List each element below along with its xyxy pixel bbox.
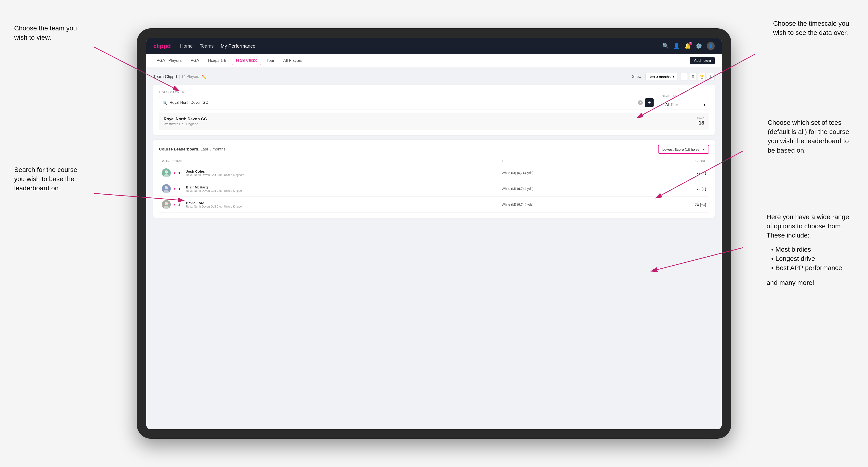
holes-badge: Holes 18 (697, 117, 704, 126)
leaderboard-header: Course Leaderboard, Last 3 months Lowest… (159, 145, 709, 154)
player-tee-1: White (M) (6,744 yds) (502, 187, 533, 191)
player-score-2: 73 (+1) (646, 203, 706, 207)
player-info-0: Josh Coles Royal North Devon Golf Club, … (186, 169, 244, 177)
player-info-1: Blair McHarg Royal North Devon Golf Club… (186, 185, 244, 192)
player-club-2: Royal North Devon Golf Club, United King… (186, 205, 244, 208)
annotation-middle-left: Search for the course you wish to base t… (14, 165, 78, 193)
leaderboard-title: Course Leaderboard, Last 3 months (159, 147, 226, 152)
search-icon-button[interactable]: 🔍 (662, 43, 669, 49)
player-rank-2: 3 (178, 203, 183, 207)
show-label: Show: (632, 74, 642, 79)
player-name-column: PLAYER NAME (159, 158, 499, 165)
player-tee-0: White (M) (6,744 yds) (502, 171, 533, 175)
settings-icon-button[interactable]: ⚙️ (695, 43, 702, 49)
team-name: Team Clippd (153, 74, 177, 79)
player-club-1: Royal North Devon Golf Club, United King… (186, 189, 244, 192)
chevron-down-icon: ▾ (703, 147, 705, 151)
add-team-button[interactable]: Add Team (690, 57, 715, 64)
nav-home[interactable]: Home (180, 43, 193, 49)
player-avatar-1 (162, 184, 171, 193)
notification-badge: 1 (689, 42, 692, 45)
annotation-middle-right: Choose which set of tees (default is all… (768, 118, 849, 155)
annotation-top-right: Choose the timescale you wish to see the… (773, 19, 849, 37)
annotation-bottom-right: Here you have a wide range of options to… (767, 212, 849, 287)
favorite-heart-1[interactable]: ♥ (174, 187, 176, 191)
course-info: Royal North Devon GC Westward Ho!, Engla… (164, 117, 207, 126)
users-icon-button[interactable]: 👤 (673, 43, 680, 49)
subnav-team-clippd[interactable]: Team Clippd (232, 56, 261, 65)
course-result-row: Royal North Devon GC Westward Ho!, Engla… (159, 113, 709, 130)
favorite-heart-0[interactable]: ♥ (174, 171, 176, 175)
svg-point-7 (165, 202, 168, 205)
team-header: Team Clippd | 14 Players ✏️ Show: Last 3… (153, 73, 715, 81)
app-logo: clippd (153, 42, 171, 50)
trophy-view-button[interactable]: 🏆 (698, 73, 706, 81)
table-row: ♥ 3 David Ford Royal North Devon Golf Cl… (159, 197, 709, 213)
score-type-dropdown[interactable]: Lowest Score (18 holes) ▾ (658, 145, 709, 154)
player-name-0: Josh Coles (186, 169, 244, 173)
notifications-icon-button[interactable]: 🔔 1 (684, 43, 691, 49)
top-navigation: clippd Home Teams My Performance 🔍 👤 🔔 1… (146, 38, 722, 54)
edit-team-icon[interactable]: ✏️ (202, 74, 206, 79)
team-title-area: Team Clippd | 14 Players ✏️ (153, 74, 206, 79)
subnav-hcaps[interactable]: Hcaps 1-5 (205, 56, 229, 65)
favorite-heart-2[interactable]: ♥ (174, 203, 176, 206)
tablet-frame: clippd Home Teams My Performance 🔍 👤 🔔 1… (137, 28, 731, 439)
player-score-1: 72 (E) (646, 187, 706, 191)
list-view-button[interactable]: ☰ (689, 73, 697, 81)
player-avatar-0 (162, 168, 171, 177)
course-location: Westward Ho!, England (164, 122, 207, 126)
table-row: ♥ 1 Josh Coles Royal North Devon Golf Cl… (159, 165, 709, 181)
favorite-button[interactable]: ★ (645, 98, 654, 107)
main-content: Team Clippd | 14 Players ✏️ Show: Last 3… (146, 67, 722, 429)
player-count: | 14 Players (179, 74, 199, 79)
nav-my-performance[interactable]: My Performance (221, 43, 255, 49)
leaderboard-table: PLAYER NAME TEE SCORE (159, 158, 709, 213)
leaderboard-card: Course Leaderboard, Last 3 months Lowest… (153, 139, 715, 218)
tee-column: TEE (499, 158, 644, 165)
tablet-screen: clippd Home Teams My Performance 🔍 👤 🔔 1… (146, 38, 722, 429)
show-controls: Show: Last 3 months ▾ ⊞ ☰ 🏆 ⬇ (632, 73, 715, 81)
course-search-card: Find a Golf Course 🔍 ✕ ★ Select Tee All … (153, 85, 715, 135)
nav-links: Home Teams My Performance (180, 43, 662, 49)
course-search-input[interactable] (169, 100, 636, 105)
user-avatar-button[interactable]: 👤 (707, 42, 715, 50)
player-avatar-2 (162, 200, 171, 209)
chevron-down-icon: ▾ (673, 74, 674, 79)
svg-point-4 (165, 186, 168, 189)
player-tee-2: White (M) (6,744 yds) (502, 203, 533, 206)
svg-point-1 (165, 170, 168, 174)
player-name-2: David Ford (186, 201, 244, 205)
player-info-2: David Ford Royal North Devon Golf Club, … (186, 201, 244, 208)
player-name-1: Blair McHarg (186, 185, 244, 189)
grid-view-button[interactable]: ⊞ (680, 73, 688, 81)
table-row: ♥ 1 Blair McHarg Royal North Devon Golf … (159, 181, 709, 197)
subnav-tour[interactable]: Tour (263, 56, 278, 65)
download-button[interactable]: ⬇ (707, 73, 715, 81)
chevron-down-icon: ▾ (704, 102, 706, 107)
subnav-all-players[interactable]: All Players (280, 56, 305, 65)
tee-dropdown[interactable]: All Tees ▾ (662, 100, 709, 110)
select-tee-label: Select Tee (662, 94, 709, 98)
nav-teams[interactable]: Teams (200, 43, 214, 49)
player-score-0: 72 (E) (646, 171, 706, 175)
course-search-box[interactable]: 🔍 ✕ ★ (159, 96, 657, 110)
subnav-pga[interactable]: PGA (187, 56, 203, 65)
nav-icons: 🔍 👤 🔔 1 ⚙️ 👤 (662, 42, 715, 50)
holes-number: 18 (697, 120, 704, 126)
tee-selector-section: Select Tee All Tees ▾ (662, 94, 709, 110)
holes-label: Holes (697, 117, 704, 120)
score-column: SCORE (644, 158, 709, 165)
timescale-dropdown[interactable]: Last 3 months ▾ (645, 73, 677, 80)
clear-search-button[interactable]: ✕ (638, 100, 643, 105)
player-club-0: Royal North Devon Golf Club, United King… (186, 173, 244, 177)
subnav-pgat[interactable]: PGAT Players (153, 56, 185, 65)
sub-navigation: PGAT Players PGA Hcaps 1-5 Team Clippd T… (146, 54, 722, 67)
player-rank-0: 1 (178, 171, 183, 175)
search-icon: 🔍 (162, 100, 167, 105)
player-rank-1: 1 (178, 187, 183, 191)
annotation-top-left: Choose the team you wish to view. (14, 24, 77, 42)
course-name: Royal North Devon GC (164, 117, 207, 121)
view-toggle-group: ⊞ ☰ 🏆 ⬇ (680, 73, 715, 81)
find-course-label: Find a Golf Course (159, 90, 657, 94)
